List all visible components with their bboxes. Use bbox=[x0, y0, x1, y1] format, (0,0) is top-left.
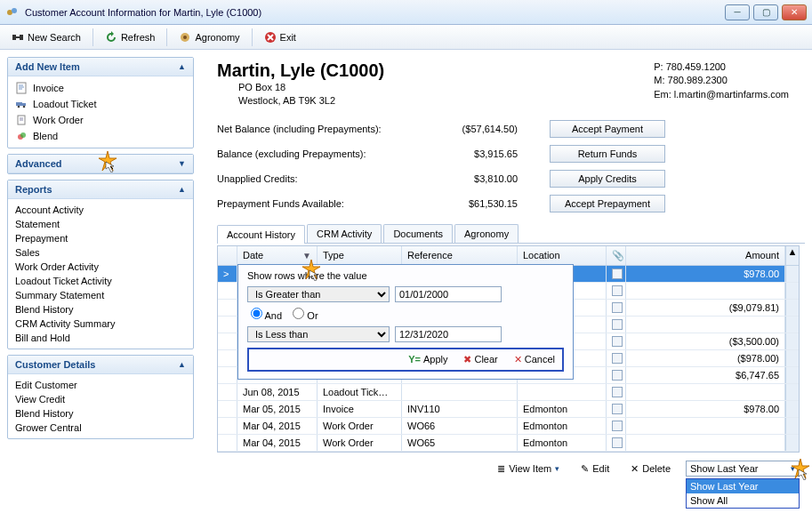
balance-value: $61,530.15 bbox=[420, 198, 518, 209]
cell-attachment[interactable] bbox=[607, 435, 626, 451]
filter-op1-select[interactable]: Is Greater than bbox=[247, 286, 390, 302]
exit-button[interactable]: Exit bbox=[256, 28, 304, 47]
cell-attachment[interactable] bbox=[607, 333, 626, 349]
cell-reference bbox=[402, 384, 518, 400]
dd-opt-all[interactable]: Show All bbox=[687, 493, 799, 508]
cell-attachment[interactable] bbox=[607, 418, 626, 434]
cell-attachment[interactable] bbox=[607, 350, 626, 366]
sidebar-item-crm-activity-summary[interactable]: CRM Activity Summary bbox=[13, 317, 188, 331]
sidebar-item-sales[interactable]: Sales bbox=[13, 245, 188, 260]
tab-documents[interactable]: Documents bbox=[383, 224, 453, 243]
sidebar-item-bill-and-hold[interactable]: Bill and Hold bbox=[13, 331, 188, 345]
sidebar: Add New Item ▲ Invoice Loadout Ticket Wo… bbox=[7, 57, 194, 514]
cell-amount bbox=[626, 283, 785, 299]
sidebar-item-edit-customer[interactable]: Edit Customer bbox=[13, 378, 188, 392]
col-attachment[interactable]: 📎 bbox=[607, 246, 626, 265]
new-search-button[interactable]: New Search bbox=[4, 28, 89, 47]
customer-name: Martin, Lyle (C1000) bbox=[217, 60, 384, 81]
scroll-up-icon[interactable]: ▲ bbox=[785, 246, 799, 265]
panel-head-advanced[interactable]: Advanced ▼ bbox=[8, 155, 193, 173]
sidebar-item-loadout-ticket-activity[interactable]: Loadout Ticket Activity bbox=[13, 274, 188, 288]
sidebar-item-account-activity[interactable]: Account Activity bbox=[13, 203, 188, 217]
filter-and-radio[interactable]: And bbox=[251, 310, 282, 321]
apply-credits-button[interactable]: Apply Credits bbox=[550, 170, 665, 188]
sidebar-item-view-credit[interactable]: View Credit bbox=[13, 392, 188, 406]
sidebar-item-blend-history-2[interactable]: Blend History bbox=[13, 406, 188, 421]
panel-head-customer-details[interactable]: Customer Details ▲ bbox=[8, 356, 193, 374]
filter-apply-button[interactable]: Y=Apply bbox=[405, 353, 451, 366]
funnel-icon[interactable]: ▼ bbox=[302, 251, 311, 260]
return-funds-button[interactable]: Return Funds bbox=[550, 145, 665, 163]
cell-reference: WO65 bbox=[402, 435, 518, 451]
sidebar-item-prepayment[interactable]: Prepayment bbox=[13, 231, 188, 245]
work-order-icon bbox=[15, 114, 28, 126]
sidebar-item-work-order[interactable]: Work Order bbox=[13, 112, 188, 128]
refresh-button[interactable]: Refresh bbox=[97, 28, 164, 47]
truck-icon bbox=[15, 98, 28, 110]
agronomy-button[interactable]: Agronomy bbox=[171, 28, 247, 47]
cell-attachment[interactable] bbox=[607, 367, 626, 383]
sidebar-item-loadout-ticket[interactable]: Loadout Ticket bbox=[13, 96, 188, 112]
cell-date: Mar 04, 2015 bbox=[237, 418, 318, 434]
sidebar-item-summary-statement[interactable]: Summary Statement bbox=[13, 288, 188, 302]
cell-attachment[interactable] bbox=[607, 401, 626, 417]
filter-val1-input[interactable] bbox=[395, 286, 502, 302]
svg-point-15 bbox=[20, 132, 26, 138]
tab-account-history[interactable]: Account History bbox=[217, 225, 305, 244]
date-filter-popup: Show rows where the value Is Greater tha… bbox=[237, 264, 574, 380]
minimize-button[interactable]: ─ bbox=[725, 4, 750, 20]
panel-head-add-new-item[interactable]: Add New Item ▲ bbox=[8, 58, 193, 76]
pencil-icon: ✎ bbox=[581, 463, 589, 475]
chevron-up-icon: ▲ bbox=[178, 62, 186, 71]
cell-amount: $978.00 bbox=[626, 401, 785, 417]
filter-cancel-button[interactable]: ✕Cancel bbox=[511, 353, 559, 366]
sidebar-item-work-order-activity[interactable]: Work Order Activity bbox=[13, 260, 188, 274]
view-item-button[interactable]: ≣View Item▾ bbox=[491, 460, 566, 478]
col-location[interactable]: Location bbox=[518, 246, 607, 265]
cell-location bbox=[518, 384, 607, 400]
table-row[interactable]: Mar 04, 2015Work OrderWO66Edmonton bbox=[218, 418, 799, 435]
sidebar-item-grower-central[interactable]: Grower Central bbox=[13, 421, 188, 435]
cell-reference: INV110 bbox=[402, 401, 518, 417]
accept-payment-button[interactable]: Accept Payment bbox=[550, 120, 665, 138]
cell-location: Edmonton bbox=[518, 435, 607, 451]
balance-label: Unapplied Credits: bbox=[217, 173, 413, 184]
table-row[interactable]: Jun 08, 2015Loadout Tick… bbox=[218, 384, 799, 401]
sidebar-item-blend[interactable]: Blend bbox=[13, 128, 188, 144]
cell-attachment[interactable] bbox=[607, 266, 626, 282]
cell-attachment[interactable] bbox=[607, 300, 626, 316]
filter-clear-button[interactable]: ✖Clear bbox=[460, 353, 501, 366]
edit-button[interactable]: ✎Edit bbox=[575, 460, 615, 478]
svg-rect-3 bbox=[20, 35, 23, 40]
filter-val2-input[interactable] bbox=[395, 326, 502, 342]
filter-op2-select[interactable]: Is Less than bbox=[247, 326, 390, 342]
tab-agronomy[interactable]: Agronomy bbox=[454, 224, 519, 243]
sidebar-item-blend-history[interactable]: Blend History bbox=[13, 302, 188, 317]
table-row[interactable]: Mar 05, 2015InvoiceINV110Edmonton$978.00 bbox=[218, 401, 799, 418]
toolbar: New Search Refresh Agronomy Exit bbox=[0, 25, 812, 50]
svg-marker-21 bbox=[799, 469, 807, 480]
cell-attachment[interactable] bbox=[607, 384, 626, 400]
maximize-button[interactable]: ▢ bbox=[753, 4, 778, 20]
cell-location: Edmonton bbox=[518, 401, 607, 417]
filter-or-radio[interactable]: Or bbox=[293, 310, 318, 321]
svg-point-11 bbox=[18, 106, 20, 108]
grid-footer: ≣View Item▾ ✎Edit ✕Delete Show Last Year… bbox=[217, 460, 800, 478]
tab-crm-activity[interactable]: CRM Activity bbox=[307, 224, 382, 243]
col-amount[interactable]: Amount bbox=[626, 246, 785, 265]
table-row[interactable]: Mar 04, 2015Work OrderWO65Edmonton bbox=[218, 435, 799, 452]
delete-button[interactable]: ✕Delete bbox=[624, 460, 677, 478]
blend-icon bbox=[15, 130, 28, 142]
col-reference[interactable]: Reference bbox=[402, 246, 518, 265]
cell-attachment[interactable] bbox=[607, 283, 626, 299]
dd-opt-last-year[interactable]: Show Last Year bbox=[687, 479, 799, 493]
panel-head-reports[interactable]: Reports ▲ bbox=[8, 180, 193, 199]
close-button[interactable]: ✕ bbox=[782, 4, 807, 20]
show-range-dropdown[interactable]: Show Last Year▾ Show Last Year Show All bbox=[686, 461, 800, 477]
sidebar-item-statement[interactable]: Statement bbox=[13, 217, 188, 231]
cell-attachment[interactable] bbox=[607, 317, 626, 333]
col-date[interactable]: Date▼ bbox=[237, 246, 318, 265]
col-type[interactable]: Type bbox=[318, 246, 402, 265]
accept-prepayment-button[interactable]: Accept Prepayment bbox=[550, 195, 665, 212]
sidebar-item-invoice[interactable]: Invoice bbox=[13, 80, 188, 96]
